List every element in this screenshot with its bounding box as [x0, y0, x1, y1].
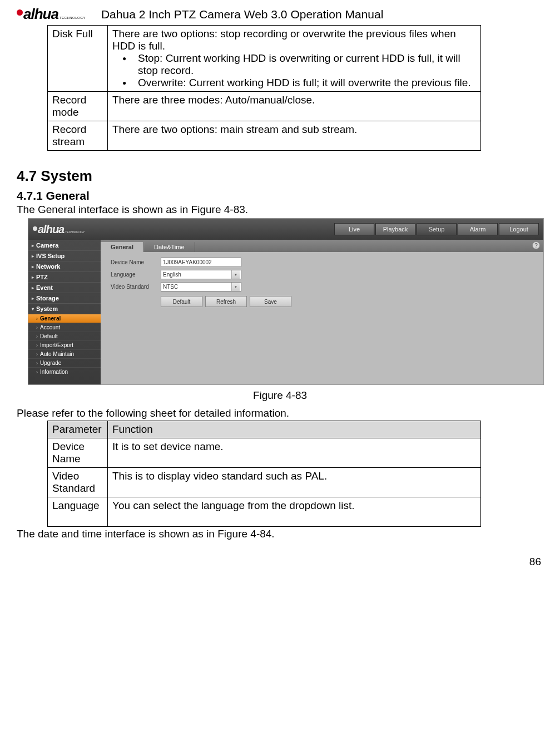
video-standard-label: Video Standard	[111, 284, 161, 290]
sidebar-sub-upgrade[interactable]: Upgrade	[28, 358, 101, 367]
table-row: Device Name It is to set device name.	[48, 438, 481, 468]
detail-intro: Please refer to the following sheet for …	[17, 407, 543, 419]
func-cell: You can select the language from the dro…	[108, 497, 481, 527]
app-topbar: alhua TECHNOLOGY Live Playback Setup Ala…	[28, 219, 543, 240]
section-heading: 4.7 System	[17, 167, 543, 185]
param-cell: Language	[48, 497, 108, 527]
default-button[interactable]: Default	[161, 296, 202, 307]
app-logo-dot-icon	[33, 226, 37, 231]
sidebar: Camera IVS Setup Network PTZ Event Stora…	[28, 240, 101, 384]
video-standard-select[interactable]: NTSC	[161, 282, 241, 292]
document-title: Dahua 2 Inch PTZ Camera Web 3.0 Operatio…	[101, 8, 383, 21]
parameter-table-2: Parameter Function Device Name It is to …	[47, 421, 481, 527]
outro-text: The date and time interface is shown as …	[17, 528, 543, 540]
sidebar-sub-import-export[interactable]: Import/Export	[28, 340, 101, 349]
sidebar-sub-auto-maintain[interactable]: Auto Maintain	[28, 349, 101, 358]
app-logo-sub: TECHNOLOGY	[65, 230, 85, 234]
sidebar-sub-general[interactable]: General	[28, 314, 101, 323]
brand-dot-icon	[17, 9, 23, 16]
sidebar-cat-ptz[interactable]: PTZ	[28, 271, 101, 282]
table-row: Record mode There are three modes: Auto/…	[48, 92, 481, 121]
figure-4-83: alhua TECHNOLOGY Live Playback Setup Ala…	[28, 218, 544, 385]
head-parameter: Parameter	[48, 421, 108, 438]
save-button[interactable]: Save	[250, 296, 291, 307]
func-cell: It is to set device name.	[108, 438, 481, 468]
param-cell: Record stream	[48, 121, 108, 151]
device-name-input[interactable]	[161, 258, 241, 267]
language-label: Language	[111, 271, 161, 278]
video-standard-value: NTSC	[163, 284, 178, 290]
desc-bullet: Stop: Current working HDD is overwriting…	[128, 52, 476, 77]
tabs-bar: General Date&Time	[101, 240, 543, 252]
sidebar-cat-storage[interactable]: Storage	[28, 293, 101, 303]
page-header: alhua TECHNOLOGY Dahua 2 Inch PTZ Camera…	[17, 6, 543, 23]
sidebar-cat-system[interactable]: System	[28, 303, 101, 314]
tab-general[interactable]: General	[101, 242, 144, 252]
subsection-heading: 4.7.1 General	[17, 189, 543, 202]
table-header-row: Parameter Function	[48, 421, 481, 438]
table-row: Language You can select the language fro…	[48, 497, 481, 527]
desc-intro: There are two options: main stream and s…	[112, 124, 476, 136]
intro-text: The General interface is shown as in Fig…	[17, 204, 543, 216]
device-name-label: Device Name	[111, 259, 161, 265]
brand-subtext: TECHNOLOGY	[60, 16, 86, 19]
desc-cell: There are two options: main stream and s…	[108, 121, 481, 151]
desc-bullet: Overwrite: Current working HDD is full; …	[128, 77, 476, 89]
param-cell: Device Name	[48, 438, 108, 468]
refresh-button[interactable]: Refresh	[205, 296, 247, 307]
nav-alarm[interactable]: Alarm	[458, 223, 498, 235]
func-text: You can select the language from the dro…	[112, 500, 476, 512]
desc-intro: There are three modes: Auto/manual/close…	[112, 94, 476, 106]
nav-playback[interactable]: Playback	[375, 223, 415, 235]
app-logo-text: alhua	[38, 223, 64, 236]
desc-cell: There are two options: stop recording or…	[108, 26, 481, 92]
param-cell: Disk Full	[48, 26, 108, 92]
table-row: Disk Full There are two options: stop re…	[48, 26, 481, 92]
help-icon[interactable]: ?	[532, 241, 540, 249]
table-row: Video Standard This is to display video …	[48, 468, 481, 497]
sidebar-sub-information[interactable]: Information	[28, 367, 101, 376]
func-text: This is to display video standard such a…	[112, 470, 476, 482]
parameter-table-1: Disk Full There are two options: stop re…	[47, 25, 481, 151]
desc-cell: There are three modes: Auto/manual/close…	[108, 92, 481, 121]
figure-caption: Figure 4-83	[17, 389, 543, 402]
table-row: Record stream There are two options: mai…	[48, 121, 481, 151]
sidebar-cat-event[interactable]: Event	[28, 282, 101, 293]
sidebar-sub-account[interactable]: Account	[28, 323, 101, 332]
tab-date-time[interactable]: Date&Time	[144, 242, 195, 252]
language-value: English	[163, 271, 181, 278]
head-function: Function	[108, 421, 481, 438]
nav-setup[interactable]: Setup	[417, 223, 457, 235]
brand-logo: alhua TECHNOLOGY	[17, 6, 86, 23]
param-cell: Record mode	[48, 92, 108, 121]
sidebar-cat-network[interactable]: Network	[28, 261, 101, 271]
nav-logout[interactable]: Logout	[499, 223, 539, 235]
language-select[interactable]: English	[161, 270, 241, 279]
func-cell: This is to display video standard such a…	[108, 468, 481, 497]
main-panel: General Date&Time ? Device Name Language…	[101, 240, 543, 384]
desc-intro: There are two options: stop recording or…	[112, 28, 476, 52]
func-text: It is to set device name.	[112, 441, 476, 453]
nav-live[interactable]: Live	[334, 223, 374, 235]
sidebar-cat-ivs-setup[interactable]: IVS Setup	[28, 250, 101, 261]
sidebar-sub-default[interactable]: Default	[28, 332, 101, 340]
settings-form: Device Name Language English Video Stand…	[101, 252, 543, 313]
page-number: 86	[17, 556, 543, 568]
sidebar-cat-camera[interactable]: Camera	[28, 240, 101, 250]
app-logo: alhua TECHNOLOGY	[33, 223, 85, 236]
brand-text: alhua	[23, 6, 58, 23]
param-cell: Video Standard	[48, 468, 108, 497]
